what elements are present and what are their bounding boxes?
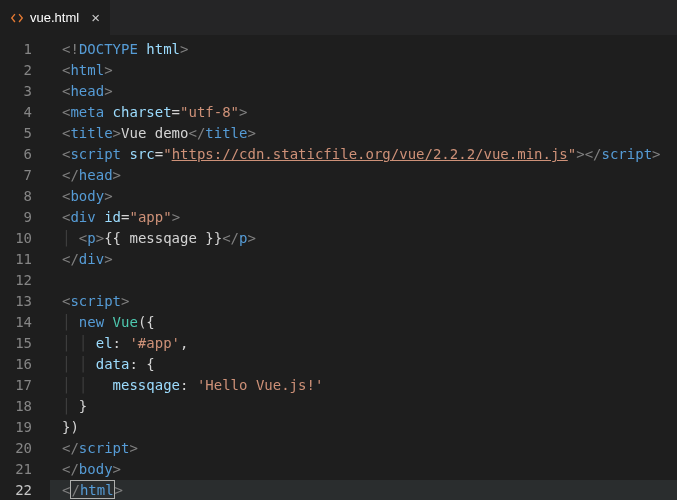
line-number: 15 [0, 333, 50, 354]
line-number: 1 [0, 39, 50, 60]
code-line[interactable]: <head> [50, 81, 677, 102]
code-line[interactable]: <script> [50, 291, 677, 312]
line-number: 22 [0, 480, 50, 500]
code-line[interactable]: │ │ el: '#app', [50, 333, 677, 354]
line-number: 8 [0, 186, 50, 207]
close-icon[interactable]: × [91, 9, 100, 26]
code-line[interactable]: </script> [50, 438, 677, 459]
line-gutter: 12345678910111213141516171819202122 [0, 39, 50, 500]
code-line[interactable]: <!DOCTYPE html> [50, 39, 677, 60]
code-line[interactable]: </head> [50, 165, 677, 186]
code-line[interactable]: <div id="app"> [50, 207, 677, 228]
code-line[interactable]: │ │ data: { [50, 354, 677, 375]
code-line[interactable]: }) [50, 417, 677, 438]
code-line[interactable]: <html> [50, 60, 677, 81]
code-line[interactable] [50, 270, 677, 291]
line-number: 13 [0, 291, 50, 312]
line-number: 10 [0, 228, 50, 249]
line-number: 3 [0, 81, 50, 102]
code-line[interactable]: │ <p>{{ messqage }}</p> [50, 228, 677, 249]
line-number: 11 [0, 249, 50, 270]
code-line[interactable]: │ } [50, 396, 677, 417]
code-line[interactable]: <meta charset="utf-8"> [50, 102, 677, 123]
line-number: 4 [0, 102, 50, 123]
line-number: 5 [0, 123, 50, 144]
line-number: 20 [0, 438, 50, 459]
code-area[interactable]: <!DOCTYPE html> <html> <head> <meta char… [50, 39, 677, 500]
tab-vue-html[interactable]: vue.html × [0, 0, 111, 35]
line-number: 7 [0, 165, 50, 186]
line-number: 6 [0, 144, 50, 165]
line-number: 9 [0, 207, 50, 228]
line-number: 18 [0, 396, 50, 417]
code-line-active[interactable]: </html> [50, 480, 677, 500]
tab-filename: vue.html [30, 10, 79, 25]
line-number: 12 [0, 270, 50, 291]
line-number: 17 [0, 375, 50, 396]
line-number: 19 [0, 417, 50, 438]
code-line[interactable]: <title>Vue demo</title> [50, 123, 677, 144]
line-number: 2 [0, 60, 50, 81]
line-number: 21 [0, 459, 50, 480]
file-code-icon [10, 11, 24, 25]
line-number: 16 [0, 354, 50, 375]
code-line[interactable]: <script src="https://cdn.staticfile.org/… [50, 144, 677, 165]
tab-bar: vue.html × [0, 0, 677, 35]
code-line[interactable]: │ new Vue({ [50, 312, 677, 333]
code-line[interactable]: │ │ messqage: 'Hello Vue.js!' [50, 375, 677, 396]
code-line[interactable]: </body> [50, 459, 677, 480]
cursor: /html [70, 480, 114, 499]
editor[interactable]: 12345678910111213141516171819202122 <!DO… [0, 35, 677, 500]
code-line[interactable]: <body> [50, 186, 677, 207]
code-line[interactable]: </div> [50, 249, 677, 270]
line-number: 14 [0, 312, 50, 333]
